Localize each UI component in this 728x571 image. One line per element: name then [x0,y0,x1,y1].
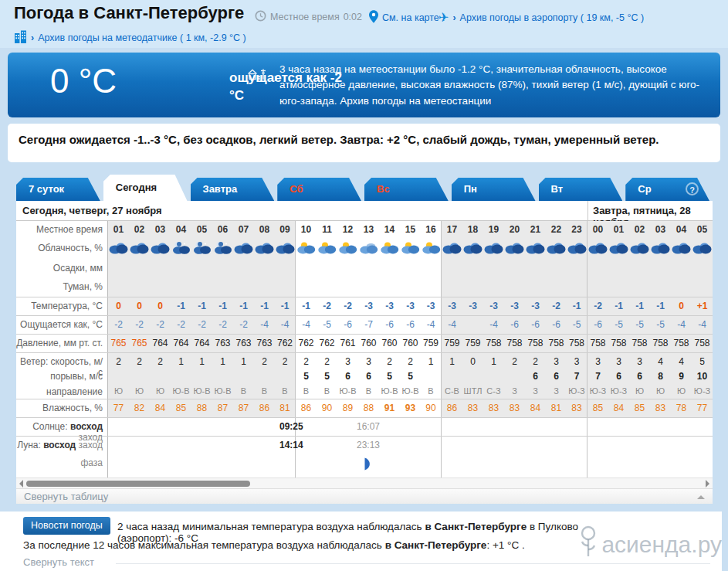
sensor-archive-link[interactable]: Архив погоды на метеодатчике ( 1 км, -2.… [38,32,246,43]
collapse-text-link[interactable]: Свернуть текст [23,556,94,568]
wind-speed-row-cell: 2 [254,353,275,368]
feels-like-row-cell: -4 [671,316,692,334]
wind-speed-row-cell: 3 [608,353,629,368]
weather-station-icon: › [247,66,278,85]
temperature-row-cell: -1 [191,297,212,315]
wind-gusts-row-cell: 6 [546,368,567,383]
fog-row-cell [212,278,233,297]
wind-direction-row-cell: Ю [108,383,129,399]
wind-direction-row-cell: В [421,383,442,399]
collapse-table-label: Свернуть таблицу [24,491,108,502]
horizontal-scrollbar[interactable] [16,478,713,488]
pressure-row-cell: 763 [212,335,233,352]
help-icon[interactable]: ? [686,182,699,195]
pressure-row-cell: 759 [462,335,483,352]
local-time-row-cell: 04 [671,221,692,240]
wind-gusts-row-cell [129,368,150,383]
airport-link-group[interactable]: ✈ › Архив погоды в аэропорту ( 19 км, -5… [438,10,644,25]
sun-row-cell [212,418,233,436]
wind-speed-row-cell: 2 [525,353,546,368]
temperature-row-cell: -1 [296,297,317,315]
humidity-row: Влажность, %7782848588878786818690898891… [16,399,713,417]
tab-label: Пн [464,183,477,195]
pressure-row-cell: 763 [233,335,254,352]
wind-speed-row: Ветер: скорость, м/с22211112222332211012… [16,352,713,368]
tab-1[interactable]: Сегодня [103,175,188,201]
precipitation-row-cell [421,260,442,278]
precipitation-row-label: Осадки, мм [16,260,108,278]
fog-row-cell [337,278,358,297]
tab-5[interactable]: Пн [452,178,536,201]
collapse-table-bar[interactable]: Свернуть таблицу [16,488,713,504]
moon-row-label: Луна: восход заход [16,437,108,454]
temperature-row-label: Температура, °C [16,297,108,315]
wind-speed-row-cell: 1 [212,353,233,368]
station-archive-link[interactable]: Архив погоды на метеостанции [340,95,491,107]
cloudiness-row-label: Облачность, % [16,240,108,260]
temperature-row-cell: -3 [442,297,462,315]
wind-direction-row-cell: С-В [442,383,462,399]
moon-phase-row-label: фаза [16,454,108,478]
local-time-row-cells: 0102030405060708091011121314151617181920… [108,221,713,240]
feels-like-row-cell: -2 [171,316,191,334]
wind-speed-row-cell: 3 [629,353,650,368]
humidity-row-cells: 7782848588878786818690898891939086838383… [108,399,713,417]
temperature-row-cell: -1 [171,297,191,315]
sun-row-cell [462,418,483,436]
tab-4[interactable]: Вс [364,178,449,201]
airport-archive-link[interactable]: Архив погоды в аэропорту ( 19 км, -5 °C … [460,12,645,23]
wind-speed-row-cell: 1 [442,353,462,368]
humidity-row-cell: 86 [254,399,275,417]
overcast-icon [546,240,567,260]
map-link[interactable]: См. на карте [382,12,439,23]
moon-phase-row-cell [296,454,317,478]
moon-row-cell [525,437,546,454]
tomorrow-date: Завтра, пятница, 28 ноября [587,201,713,220]
fog-row-cell [317,278,337,297]
pressure-row-cell: 763 [254,335,275,352]
humidity-row-cell: 83 [462,399,483,417]
feels-like-row-cell: -6 [379,316,400,334]
tab-7[interactable]: Ср? [625,178,709,201]
wind-gusts-row-cell [171,368,191,383]
wind-speed-row-label: Ветер: скорость, м/с [16,353,108,368]
precipitation-row-cells [108,260,713,278]
temperature-row-cell: -1 [608,297,629,315]
precipitation-row-cell [212,260,233,278]
tab-0[interactable]: 7 суток [16,178,100,201]
temperature-row-cell: -1 [650,297,671,315]
fog-row-cell [483,278,504,297]
tab-2[interactable]: Завтра [191,178,275,201]
sensor-link-group[interactable]: › Архив погоды на метеодатчике ( 1 км, -… [14,29,246,46]
temperature-row-cell: -2 [546,297,567,315]
scrollbar-thumb[interactable] [26,481,250,487]
wind-speed-row-cell: 4 [650,353,671,368]
moon-phase-row-cells [108,454,713,478]
news-badge-button[interactable]: Новости погоды [23,517,110,535]
pressure-row-cell: 758 [650,335,671,352]
scroll-right-arrow[interactable] [706,480,709,488]
humidity-row-cell: 77 [692,399,713,417]
moon-row-cell [629,437,650,454]
map-link-group[interactable]: См. на карте [369,10,439,25]
scroll-left-arrow[interactable] [19,480,23,488]
station-summary: 3 часа назад на метеостанции было -1.2 °… [279,62,712,109]
moon-phase-row-cell [525,454,546,478]
moon-phase-row-cell [129,454,150,478]
tab-3[interactable]: Сб [277,178,361,201]
precipitation-row-cell [692,260,713,278]
local-time-row-cell: 12 [337,221,358,240]
humidity-row-cell: 84 [525,399,546,417]
sun-row-cell [108,418,129,436]
precipitation-row-cell [546,260,567,278]
tab-6[interactable]: Вт [539,178,623,201]
wind-speed-row-cell: 1 [421,353,442,368]
moon-row-cell [171,437,191,454]
fog-row-cells [108,278,713,297]
local-time-row-cell: 23 [567,221,587,240]
temperature-row-cell: -1 [567,297,587,315]
overcast-icon [692,240,713,260]
wind-gusts-row-cell: 6 [525,368,546,383]
precipitation-row-cell [442,260,462,278]
pressure-row-cell: 762 [296,335,317,352]
